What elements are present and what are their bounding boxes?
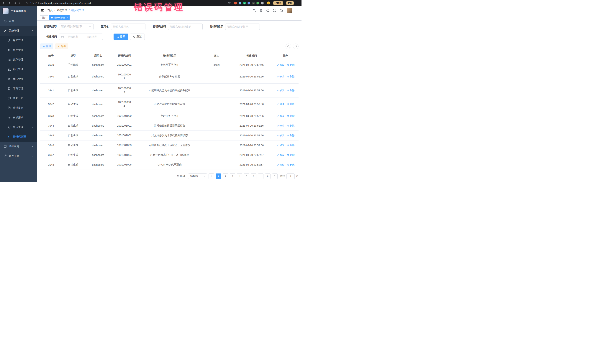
back-icon[interactable] — [2, 1, 5, 4]
extension-icon[interactable] — [256, 2, 259, 4]
home-icon[interactable] — [19, 1, 22, 4]
edit-link[interactable]: 修改 — [277, 63, 284, 66]
sidebar-item-label: 部门管理 — [13, 68, 23, 71]
edit-link[interactable]: 修改 — [277, 163, 284, 166]
edit-link[interactable]: 修改 — [277, 134, 284, 137]
extension-icon[interactable] — [239, 2, 241, 4]
cell-remark — [203, 70, 231, 83]
sidebar-item-dept[interactable]: 部门管理 — [0, 65, 37, 74]
edit-link[interactable]: 修改 — [277, 153, 284, 157]
page-button-4[interactable]: 4 — [237, 174, 242, 179]
update-button[interactable]: 更新 — [286, 1, 294, 5]
sidebar-item-home[interactable]: 首页 — [0, 16, 37, 26]
search-icon[interactable] — [253, 9, 256, 12]
error-hint-input[interactable] — [225, 23, 260, 30]
user-avatar[interactable] — [287, 8, 292, 13]
sidebar-item-role[interactable]: 角色管理 — [0, 45, 37, 55]
page-button-3[interactable]: 3 — [230, 174, 235, 179]
date-range-picker[interactable]: 开始日期 - 结束日期 — [59, 33, 103, 40]
breadcrumb-system[interactable]: 系统管理 — [57, 9, 67, 12]
paused-badge[interactable]: 已暂停 — [273, 1, 283, 5]
sidebar-item-infra[interactable]: 基础设施 — [0, 142, 37, 151]
prev-page-button[interactable] — [209, 174, 214, 179]
extension-icon[interactable]: on — [252, 2, 255, 4]
delete-link[interactable]: 删除 — [287, 144, 295, 147]
edit-link[interactable]: 修改 — [277, 89, 284, 92]
address-bar[interactable]: 不安全 dashboard.yudao.iocoder.cn/system/er… — [26, 1, 224, 5]
sidebar-item-dict[interactable]: 字典管理 — [0, 84, 37, 93]
search-button[interactable]: 搜索 — [114, 33, 128, 40]
close-icon[interactable]: × — [66, 17, 68, 19]
page-size-select[interactable]: 10条/页 — [188, 174, 207, 179]
fullscreen-icon[interactable] — [273, 9, 277, 12]
edit-link[interactable]: 修改 — [277, 102, 284, 106]
extension-icon[interactable] — [234, 2, 237, 4]
breadcrumb-home[interactable]: 首页 — [47, 9, 53, 12]
reload-icon[interactable] — [13, 1, 16, 4]
page-button-6[interactable]: 6 — [251, 174, 256, 179]
tab-home[interactable]: 首页 — [40, 15, 48, 20]
table-row: 3940自动生成dashboard100100000 2参数配置 key 重复2… — [40, 70, 299, 83]
help-icon[interactable] — [266, 9, 270, 12]
cell-type: 自动生成 — [62, 70, 84, 83]
github-icon[interactable] — [259, 9, 263, 12]
goto-page-input[interactable] — [287, 174, 295, 179]
bookmark-star-icon[interactable] — [228, 1, 231, 4]
edit-link[interactable]: 修改 — [277, 124, 284, 127]
sidebar-item-user[interactable]: 用户管理 — [0, 36, 37, 45]
logo[interactable]: 芋道管理系统 — [0, 6, 37, 16]
delete-link[interactable]: 删除 — [287, 89, 295, 92]
cell-actions: 修改删除 — [273, 70, 299, 83]
sidebar-item-notice[interactable]: 通知公告 — [0, 93, 37, 103]
browser-menu-icon[interactable] — [297, 2, 299, 4]
delete-link[interactable]: 删除 — [287, 153, 295, 157]
add-button[interactable]: 新增 — [40, 44, 53, 49]
edit-link[interactable]: 修改 — [277, 114, 284, 118]
app-name-label: 应用名 — [101, 25, 109, 28]
online-icon — [8, 116, 11, 119]
delete-link[interactable]: 删除 — [287, 134, 295, 137]
sidebar-item-post[interactable]: 岗位管理 — [0, 74, 37, 84]
delete-link[interactable]: 删除 — [287, 114, 295, 118]
page-button-2[interactable]: 2 — [223, 174, 228, 179]
extension-icon[interactable] — [247, 2, 250, 4]
delete-link[interactable]: 删除 — [287, 124, 295, 127]
sidebar-item-sms[interactable]: 短信管理 — [0, 122, 37, 132]
delete-link[interactable]: 删除 — [287, 63, 295, 66]
sidebar-item-audit[interactable]: 审计日志 — [0, 103, 37, 113]
caret-down-icon[interactable] — [296, 9, 298, 11]
toggle-search-button[interactable] — [286, 44, 291, 49]
sidebar-item-system[interactable]: 系统管理 — [0, 26, 37, 36]
page-button-8[interactable]: 8 — [265, 174, 270, 179]
sidebar-item-errcode[interactable]: 错误码管理 — [0, 132, 37, 142]
reset-button[interactable]: 重置 — [130, 33, 145, 40]
delete-link[interactable]: 删除 — [287, 163, 295, 166]
error-type-select[interactable]: 请选择错误码类型 — [59, 23, 93, 30]
extension-icon[interactable]: V — [243, 2, 246, 4]
app-name-input[interactable] — [111, 23, 145, 30]
tab-error-code[interactable]: 错误码管理× — [49, 15, 70, 20]
sidebar-item-tools[interactable]: 研发工具 — [0, 151, 37, 161]
sidebar-item-label: 角色管理 — [13, 48, 23, 52]
refresh-icon — [295, 45, 297, 48]
cell-actions: 修改删除 — [273, 60, 299, 70]
export-button[interactable]: 导出 — [55, 44, 68, 49]
edit-link[interactable]: 修改 — [277, 144, 284, 147]
delete-link[interactable]: 删除 — [287, 75, 295, 78]
edit-link[interactable]: 修改 — [277, 75, 284, 78]
error-code-input[interactable] — [168, 23, 203, 30]
forward-icon[interactable] — [8, 1, 11, 4]
sidebar-item-menu[interactable]: 菜单管理 — [0, 55, 37, 65]
refresh-table-button[interactable] — [293, 44, 299, 49]
font-size-icon[interactable] — [280, 9, 283, 12]
sidebar-item-online[interactable]: 在线用户 — [0, 113, 37, 122]
sidebar-toggle-icon[interactable] — [40, 9, 44, 12]
page-button-1[interactable]: 1 — [216, 174, 221, 179]
delete-link[interactable]: 删除 — [287, 102, 295, 106]
next-page-button[interactable] — [272, 174, 278, 179]
page-button-5[interactable]: 5 — [244, 174, 249, 179]
delete-icon — [287, 134, 289, 137]
extension-icon[interactable] — [261, 2, 264, 4]
more-pages-button[interactable]: ... — [258, 174, 264, 179]
profile-emoji-icon[interactable] — [267, 1, 270, 5]
